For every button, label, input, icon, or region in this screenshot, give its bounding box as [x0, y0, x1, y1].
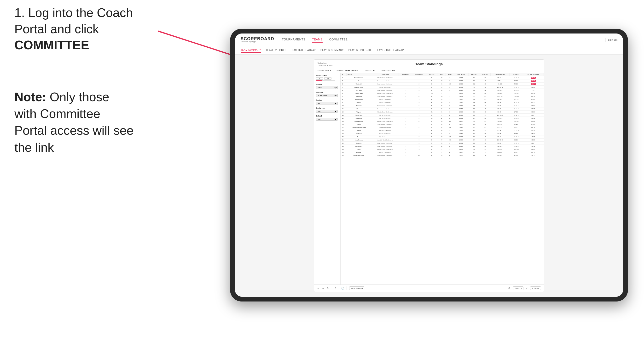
cell-conference: Pac-12 Conference	[371, 98, 398, 101]
cell-wins: 0	[446, 154, 454, 157]
cell-school: Arkansas	[346, 107, 371, 110]
cell-rnds: 18	[438, 95, 446, 98]
cell-overall: 100-27-1	[490, 85, 509, 89]
sub-nav-player-h2h-heatmap[interactable]: PLAYER H2H HEATMAP	[376, 48, 404, 52]
sub-nav-team-h2h-heatmap[interactable]: TEAM H2H HEATMAP	[290, 48, 316, 52]
toolbar-eye-icon: 👁	[508, 287, 510, 290]
division-select[interactable]: NCAA Division I	[316, 94, 338, 97]
cell-overall: 60-39-2	[490, 154, 509, 157]
cell-vs25: 9-10-1	[509, 126, 523, 129]
cell-conference: Atlantic Coast Conference	[371, 148, 398, 151]
cell-avg-sg: -6.2	[468, 82, 479, 85]
cell-school: Duke	[346, 148, 371, 151]
cell-conference: Southeastern Conference	[371, 123, 398, 126]
cell-avg-sg: -6.0	[468, 110, 479, 113]
table-row: 7 Tennessee Southeastern Conference – 4 …	[340, 95, 544, 98]
filter-row: Gender: Men's Division: NCAA Division I …	[314, 68, 544, 73]
cell-school: Texas A&M	[346, 145, 371, 148]
cell-adj: 276.9	[454, 117, 468, 120]
table-row: 13 Texas Tech Big 12 Conference – 1 9 27…	[340, 113, 544, 117]
note-area: Note: Only those with Committee Portal a…	[14, 89, 134, 156]
sign-out-button[interactable]: Sign out	[608, 38, 618, 41]
cell-overall: 88-17-0	[490, 76, 509, 79]
cell-no-tour: 9	[426, 148, 438, 151]
cell-low-sg: 269	[479, 135, 490, 138]
cell-overall: 59-41-4	[490, 135, 509, 138]
cell-wins: 4	[446, 123, 454, 126]
cell-no-tour: 7	[426, 141, 438, 145]
cell-wins: 6.2	[446, 120, 454, 123]
cell-overall: 90-33-2	[490, 148, 509, 151]
view-original-button[interactable]: View: Original	[349, 286, 364, 290]
cell-conf-rank: 2	[412, 117, 426, 120]
cell-reg-rank: –	[399, 123, 412, 126]
cell-conf-rank: 7	[412, 151, 426, 154]
sub-nav-player-summary[interactable]: PLAYER SUMMARY	[320, 48, 344, 52]
school-select[interactable]: (All)	[316, 118, 338, 121]
logo-main: SCOREBOARD	[241, 37, 274, 41]
watch-button[interactable]: Watch ▾	[513, 286, 523, 290]
cell-rnds: 21	[438, 141, 446, 145]
toolbar-back-icon[interactable]: ←	[317, 287, 320, 290]
cell-vs25: 8-14-0	[509, 132, 523, 135]
cell-conference: Pac-12 Conference	[371, 132, 398, 135]
cell-pts: 35.13	[523, 154, 544, 157]
table-row: 25 Oregon Pac-12 Conference – 7 8 21 0 2…	[340, 151, 544, 154]
filter-conference: Conference: All	[381, 69, 395, 71]
sub-nav-team-h2h-grid[interactable]: TEAM H2H GRID	[266, 48, 286, 52]
cell-adj: 278.5	[454, 151, 468, 154]
cell-low-sg: 268	[479, 107, 490, 110]
cell-adj: 278.7	[454, 138, 468, 141]
cell-conference: Southeastern Conference	[371, 107, 398, 110]
cell-vs25: 18-12-1	[509, 98, 523, 101]
table-row: 4 Arizona State Pac-12 Conference – 1 8 …	[340, 85, 544, 89]
cell-rank: 25	[340, 151, 346, 154]
conference-select[interactable]: (All)	[316, 110, 338, 113]
cell-no-tour: 8	[426, 98, 438, 101]
toolbar-forward-icon[interactable]: →	[322, 287, 324, 290]
sub-nav-team-summary[interactable]: TEAM SUMMARY	[241, 48, 261, 53]
table-body: 1 North Carolina Atlantic Coast Conferen…	[340, 76, 544, 157]
region-select[interactable]: N/A	[316, 102, 338, 105]
update-time: Update time: 27/03/2024 16:56:26	[318, 62, 339, 67]
cell-reg-rank: –	[399, 138, 412, 141]
gender-select[interactable]: Men's Women's	[316, 86, 338, 89]
cell-pts: 68.71	[523, 95, 544, 98]
standings-table: # School Conference Reg Rank Conf Rank N…	[340, 73, 544, 157]
cell-low-sg: 265	[479, 85, 490, 89]
cell-no-tour: 8	[426, 104, 438, 107]
cell-reg-rank: –	[399, 76, 412, 79]
cell-overall: 82-18-3	[490, 107, 509, 110]
cell-overall: 63-15-1	[490, 89, 509, 92]
cell-conf-rank: 8	[412, 141, 426, 145]
cell-conf-rank: 4	[412, 120, 426, 123]
min-rounds-max-input[interactable]	[324, 77, 332, 80]
nav-committee[interactable]: COMMITTEE	[329, 37, 348, 43]
table-row: 8 Washington Pac-12 Conference – 2 8 23 …	[340, 98, 544, 101]
cell-rnds: 2	[438, 117, 446, 120]
cell-vs25: 9-12-1	[509, 138, 523, 141]
filter-division: Division: NCAA Division I	[336, 69, 359, 71]
cell-wins: 2	[446, 113, 454, 117]
cell-avg-sg: -1.8	[468, 154, 479, 157]
cell-conference: Southeastern Conference	[371, 145, 398, 148]
min-rounds-slider[interactable]	[316, 80, 335, 81]
cell-reg-rank: –	[399, 104, 412, 107]
cell-pts: 60.94	[523, 104, 544, 107]
nav-teams[interactable]: TEAMS	[312, 37, 322, 43]
cell-avg-sg: -0.7	[468, 138, 479, 141]
main-content: Update time: 27/03/2024 16:56:26 Team St…	[235, 55, 623, 297]
toolbar-share-icon[interactable]: ⎙	[335, 287, 336, 290]
cell-wins: 3	[446, 107, 454, 110]
share-button[interactable]: ↗ Share	[530, 286, 541, 290]
toolbar-expand-icon[interactable]: ⤢	[526, 287, 528, 290]
cell-avg-sg: -5.0	[468, 89, 479, 92]
toolbar-refresh-icon[interactable]: ↻	[327, 287, 328, 290]
cell-low-sg: 264	[479, 92, 490, 95]
sub-nav-player-h2h-grid[interactable]: PLAYER H2H GRID	[348, 48, 371, 52]
nav-tournaments[interactable]: TOURNAMENTS	[282, 37, 305, 43]
conference-filter-section: Conference (All)	[316, 107, 338, 113]
col-school: School	[346, 73, 371, 76]
min-rounds-min-input[interactable]	[316, 77, 323, 80]
toolbar-home-icon[interactable]: ⌂	[331, 287, 332, 290]
